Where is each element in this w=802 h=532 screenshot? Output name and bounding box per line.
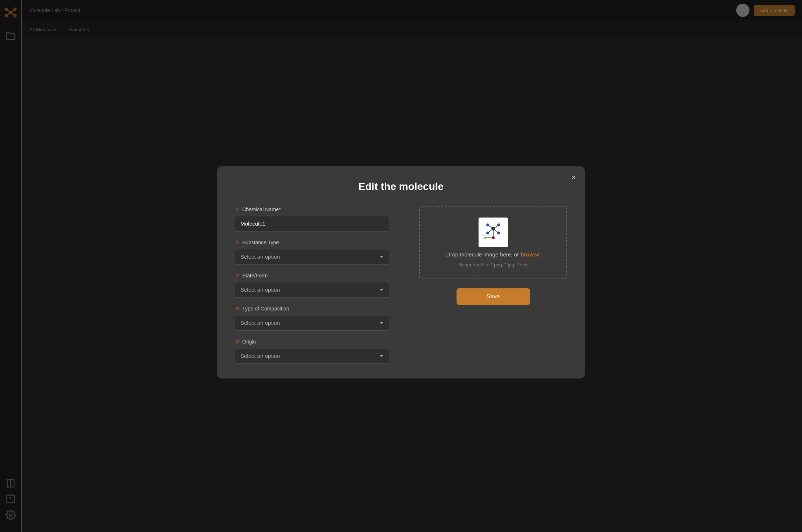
- image-dropzone[interactable]: Drop molecule image here, or browse Supp…: [419, 206, 502, 279]
- substance-type-icon: ⚛: [235, 239, 240, 246]
- chemical-name-field: ⚛ Chemical Name*: [235, 206, 389, 231]
- substance-type-select[interactable]: Select an option: [235, 249, 389, 265]
- state-form-icon: ⚛: [235, 272, 240, 279]
- state-form-label: ⚛ State/Form: [235, 272, 389, 279]
- svg-point-16: [497, 223, 500, 226]
- modal-title: Edit the molecule: [235, 181, 502, 193]
- chemical-name-input[interactable]: [235, 216, 389, 231]
- chemical-name-icon: ⚛: [235, 206, 240, 213]
- modal-right-column: Drop molecule image here, or browse Supp…: [419, 206, 502, 331]
- state-form-field: ⚛ State/Form Select an option: [235, 272, 389, 298]
- type-composition-icon: ⚛: [235, 305, 240, 312]
- type-composition-label: ⚛ Type of Composition: [235, 305, 389, 312]
- modal-left-column: ⚛ Chemical Name* ⚛ Substance Type Select…: [235, 206, 389, 331]
- dropzone-text: Drop molecule image here, or browse: [446, 251, 502, 258]
- chemical-name-label: ⚛ Chemical Name*: [235, 206, 389, 213]
- substance-type-label: ⚛ Substance Type: [235, 239, 389, 246]
- edit-molecule-modal: × Edit the molecule ⚛ Chemical Name* ⚛ S…: [217, 166, 502, 331]
- state-form-select[interactable]: Select an option: [235, 282, 389, 298]
- substance-type-field: ⚛ Substance Type Select an option: [235, 239, 389, 265]
- modal-body: ⚛ Chemical Name* ⚛ Substance Type Select…: [235, 206, 502, 331]
- save-button[interactable]: Save: [457, 288, 502, 305]
- modal-divider: [404, 206, 404, 331]
- dropzone-subtext: Supported file: *.png, *.jpg, *.svg: [459, 262, 502, 267]
- molecule-preview-image: [479, 218, 502, 247]
- type-composition-select[interactable]: Select an option: [235, 315, 389, 331]
- type-composition-field: ⚛ Type of Composition Select an option: [235, 305, 389, 331]
- svg-point-15: [486, 223, 489, 226]
